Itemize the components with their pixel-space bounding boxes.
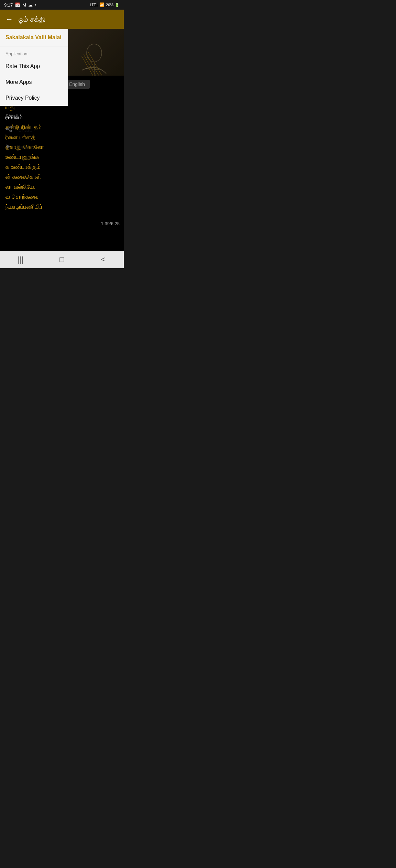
navigation-drawer: Sakalakala Valli Malai Application Rate … — [0, 29, 68, 105]
share-label: Share — [18, 127, 33, 133]
rate-app-item[interactable]: Rate This App — [0, 58, 68, 74]
rate-app-label: Rate This App — [6, 63, 40, 69]
battery-icon: 🔋 — [115, 3, 120, 7]
more-apps-label: More Apps — [6, 79, 32, 85]
images-row: Sakalakala Valli Malai Application Rate … — [0, 29, 124, 105]
privacy-policy-label: Privacy Policy — [6, 95, 40, 101]
svg-point-5 — [10, 126, 12, 128]
tamil-line-9: ன் சுவைகொள் — [6, 172, 118, 182]
time-display: 9:17 — [4, 2, 13, 8]
drawer-title: Sakalakala Valli Malai — [6, 34, 63, 41]
svg-point-6 — [7, 128, 8, 130]
device-wrapper: 9:17 📅 M ☁ • LTE1 📶 26% 🔋 ← ஓம் சக்தி — [0, 0, 124, 268]
more-apps-item[interactable]: More Apps — [0, 74, 68, 90]
recents-button[interactable]: ||| — [12, 254, 29, 265]
tamil-line-8: க உண்டாக்கும் — [6, 162, 118, 172]
svg-line-9 — [8, 127, 10, 128]
svg-marker-10 — [7, 144, 10, 149]
status-bar: 9:17 📅 M ☁ • LTE1 📶 26% 🔋 — [0, 0, 124, 10]
tamil-line-11: வ சொற்சுவை — [6, 192, 118, 202]
network-label: LTE1 — [90, 3, 98, 7]
battery-label: 26% — [106, 3, 113, 7]
gmail-icon: M — [22, 2, 26, 8]
app-title: ஓம் சக்தி — [19, 15, 45, 23]
back-button[interactable]: ← — [6, 15, 13, 24]
dot-icon: • — [35, 2, 36, 8]
signal-icon: 📶 — [99, 2, 104, 7]
playback-timer: 1:39/6:25 — [101, 221, 120, 226]
send-item[interactable]: Send — [0, 139, 68, 156]
privacy-policy-item[interactable]: Privacy Policy — [0, 90, 68, 106]
back-nav-button[interactable]: < — [95, 254, 112, 265]
status-left: 9:17 📅 M ☁ • — [4, 2, 36, 8]
tamil-line-12: ந்யாடிய்பணியிர் — [6, 202, 118, 212]
social-section-label: Socail — [0, 109, 68, 121]
svg-line-8 — [8, 129, 10, 130]
timer-bar: 1:39/6:25 — [0, 219, 124, 228]
share-item[interactable]: Share — [0, 121, 68, 139]
app-bar: ← ஓம் சக்தி — [0, 10, 124, 29]
status-right: LTE1 📶 26% 🔋 — [90, 2, 120, 7]
share-icon — [6, 125, 12, 134]
drawer-header: Sakalakala Valli Malai — [0, 29, 68, 46]
svg-point-7 — [10, 130, 12, 132]
bottom-navigation: ||| □ < — [0, 251, 124, 268]
home-button[interactable]: □ — [53, 254, 70, 265]
send-icon — [6, 144, 11, 151]
calendar-icon: 📅 — [15, 2, 20, 8]
cloud-icon: ☁ — [28, 2, 33, 8]
application-section-label: Application — [0, 46, 68, 58]
tamil-line-10: லா வல்லியே. — [6, 182, 118, 192]
send-label: Send — [16, 144, 29, 151]
